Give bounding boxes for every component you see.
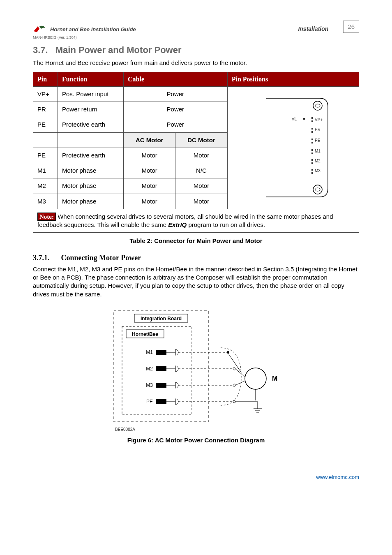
cell-dc: N/C bbox=[175, 163, 227, 178]
svg-point-56 bbox=[245, 368, 266, 389]
motor-connection-diagram: Integration Board Hornet/Bee M1 M2 M3 bbox=[110, 307, 282, 426]
svg-line-55 bbox=[228, 353, 241, 372]
cell-cable: Power bbox=[124, 102, 228, 117]
svg-rect-19 bbox=[311, 162, 313, 164]
cell-cable: Power bbox=[124, 86, 228, 102]
svg-line-38 bbox=[235, 369, 245, 377]
svg-point-0 bbox=[313, 101, 322, 110]
subsection-title: Connecting Motor Power bbox=[61, 254, 141, 262]
cell-fn: Power return bbox=[58, 102, 124, 117]
section-intro: The Hornet and Bee receive power from ma… bbox=[33, 59, 359, 67]
cell-fn: Motor phase bbox=[58, 194, 124, 209]
page-header: Hornet and Bee Installation Guide Instal… bbox=[33, 21, 359, 34]
svg-rect-4 bbox=[303, 118, 305, 120]
fig-motor-label: M bbox=[272, 375, 277, 382]
cell-dc: Motor bbox=[175, 148, 227, 163]
doc-title: Hornet and Bee Installation Guide bbox=[50, 26, 298, 33]
cell-fn: Motor phase bbox=[58, 163, 124, 178]
fig-device-label: Hornet/Bee bbox=[132, 331, 158, 337]
svg-text:PE: PE bbox=[315, 138, 321, 143]
svg-point-43 bbox=[233, 384, 235, 386]
svg-text:PR: PR bbox=[315, 127, 321, 132]
table-row: VP+ Pos. Power input Power VL VP+ PR PE bbox=[33, 86, 359, 102]
cell-pin: VP+ bbox=[33, 86, 58, 102]
note-row: Note: When connecting several drives to … bbox=[33, 209, 359, 233]
figure-wrap: Integration Board Hornet/Bee M1 M2 M3 bbox=[33, 307, 359, 445]
col-function: Function bbox=[58, 72, 124, 87]
figure-code: BEE0002A bbox=[115, 427, 359, 432]
svg-rect-22 bbox=[311, 172, 313, 174]
svg-text:M3: M3 bbox=[146, 382, 153, 388]
figure-caption: Figure 6: AC Motor Power Connection Diag… bbox=[33, 436, 359, 444]
cell-pin: M2 bbox=[33, 178, 58, 194]
subsection-heading: 3.7.1.Connecting Motor Power bbox=[33, 253, 359, 263]
note-label: Note: bbox=[37, 213, 56, 221]
cell-pin: M1 bbox=[33, 163, 58, 178]
svg-rect-9 bbox=[311, 128, 313, 130]
cell-pin: M3 bbox=[33, 194, 58, 209]
table-header-row: Pin Function Cable Pin Positions bbox=[33, 72, 359, 87]
fig-board-label: Integration Board bbox=[141, 316, 182, 321]
cell-pin: PE bbox=[33, 117, 58, 132]
svg-point-49 bbox=[233, 400, 235, 403]
connector-table: Pin Function Cable Pin Positions VP+ Pos… bbox=[33, 72, 359, 233]
col-ac: AC Motor bbox=[124, 132, 175, 148]
cell-fn: Pos. Power input bbox=[58, 86, 124, 102]
pin-diagram-cell: VL VP+ PR PE M1 M2 M3 bbox=[227, 86, 359, 209]
svg-point-1 bbox=[315, 104, 320, 107]
svg-rect-34 bbox=[156, 366, 166, 371]
svg-text:M2: M2 bbox=[315, 159, 321, 163]
svg-point-3 bbox=[315, 188, 320, 191]
cell-ac: Motor bbox=[124, 148, 175, 163]
subsection-body: Connect the M1, M2, M3 and PE pins on th… bbox=[33, 265, 359, 298]
subsection-number: 3.7.1. bbox=[33, 254, 50, 262]
svg-rect-18 bbox=[311, 159, 313, 161]
svg-text:M2: M2 bbox=[146, 366, 153, 372]
svg-rect-15 bbox=[311, 149, 313, 151]
cell-ac: Motor bbox=[124, 178, 175, 194]
svg-rect-16 bbox=[311, 153, 313, 154]
svg-rect-40 bbox=[156, 383, 166, 388]
cell-fn: Protective earth bbox=[58, 117, 124, 132]
svg-text:VL: VL bbox=[292, 117, 297, 121]
svg-rect-21 bbox=[311, 169, 313, 171]
col-pin: Pin bbox=[33, 72, 58, 87]
logo-icon bbox=[33, 25, 47, 33]
svg-text:PE: PE bbox=[146, 399, 153, 405]
section-number: 3.7. bbox=[33, 45, 48, 55]
page-number: 26 bbox=[343, 21, 359, 33]
cell-fn: Motor phase bbox=[58, 178, 124, 194]
table-caption: Table 2: Connector for Main Power and Mo… bbox=[33, 237, 359, 245]
cell-dc: Motor bbox=[175, 194, 227, 209]
svg-point-37 bbox=[233, 368, 235, 370]
col-cable: Cable bbox=[124, 72, 228, 87]
svg-line-44 bbox=[235, 381, 245, 385]
section-title: Main Power and Motor Power bbox=[55, 45, 182, 55]
svg-text:M1: M1 bbox=[315, 149, 321, 153]
svg-text:M1: M1 bbox=[146, 349, 153, 355]
cell-fn: Protective earth bbox=[58, 148, 124, 163]
note-em: ExtrIQ bbox=[168, 221, 187, 228]
cell-cable: Power bbox=[124, 117, 228, 132]
svg-rect-46 bbox=[156, 399, 166, 404]
pin-position-diagram: VL VP+ PR PE M1 M2 M3 bbox=[254, 94, 332, 201]
svg-rect-13 bbox=[311, 142, 313, 143]
svg-rect-29 bbox=[156, 350, 166, 355]
svg-text:M3: M3 bbox=[315, 169, 321, 173]
col-dc: DC Motor bbox=[175, 132, 227, 148]
cell-ac: Motor bbox=[124, 194, 175, 209]
section-heading: 3.7.Main Power and Motor Power bbox=[33, 44, 359, 56]
cell-pin: PR bbox=[33, 102, 58, 117]
cell-dc: Motor bbox=[175, 178, 227, 194]
svg-point-2 bbox=[313, 185, 322, 194]
svg-rect-10 bbox=[311, 131, 313, 133]
cell-pin: PE bbox=[33, 148, 58, 163]
note-text-b: program to run on all drives. bbox=[187, 221, 265, 228]
svg-rect-7 bbox=[311, 120, 313, 122]
svg-rect-6 bbox=[311, 117, 313, 119]
doc-version: MAN-HRBEIG (Ver. 1.304) bbox=[33, 35, 359, 40]
col-positions: Pin Positions bbox=[227, 72, 359, 87]
svg-text:VP+: VP+ bbox=[315, 118, 323, 122]
footer-url: www.elmomc.com bbox=[33, 474, 359, 481]
cell-ac: Motor bbox=[124, 163, 175, 178]
